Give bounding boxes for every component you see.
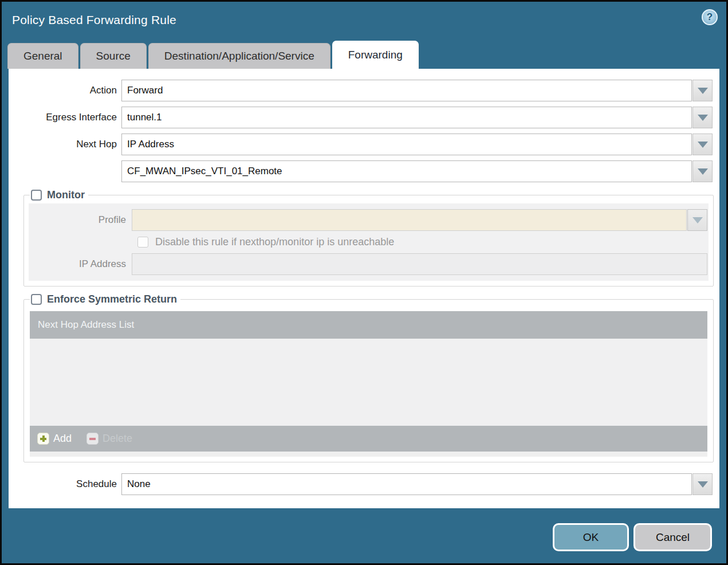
tab-destination-label: Destination/Application/Service [164,50,314,62]
chevron-down-icon [698,88,708,94]
profile-label: Profile [30,214,132,226]
profile-dropdown-button [687,209,707,231]
tab-forwarding-label: Forwarding [348,49,403,61]
symmetric-return-legend: Enforce Symmetric Return [30,293,180,305]
chevron-down-icon [698,115,708,121]
monitor-checkbox[interactable] [31,190,42,201]
next-hop-dropdown-button[interactable] [692,134,713,155]
symmetric-return-fieldset: Enforce Symmetric Return Next Hop Addres… [23,293,714,462]
chevron-down-icon [698,481,708,488]
table-toolbar: Add Delete [30,426,707,452]
egress-interface-row: Egress Interface [9,107,713,128]
forwarding-tab-panel: Action Egress Interface Next Hop [9,69,719,508]
next-hop-type-input[interactable] [121,134,692,155]
disable-rule-checkbox [137,237,148,248]
add-button-label: Add [53,433,72,445]
profile-input [132,209,687,231]
help-icon[interactable]: ? [702,9,718,25]
minus-icon [86,433,99,445]
table-bottom-strip [30,452,707,457]
monitor-ip-address-row: IP Address [30,253,707,275]
disable-rule-label: Disable this rule if nexthop/monitor ip … [155,236,394,248]
action-label: Action [9,85,121,96]
policy-based-forwarding-dialog: Policy Based Forwarding Rule ? General S… [0,0,728,565]
profile-row: Profile [30,209,707,231]
tab-bar: General Source Destination/Application/S… [7,41,420,69]
schedule-row: Schedule [9,473,713,495]
tab-destination-application-service[interactable]: Destination/Application/Service [148,43,330,69]
action-dropdown-button[interactable] [692,80,713,101]
schedule-dropdown-button[interactable] [692,473,713,495]
schedule-label: Schedule [9,478,121,490]
cancel-button[interactable]: Cancel [633,523,712,551]
disable-rule-row: Disable this rule if nexthop/monitor ip … [137,236,709,248]
symmetric-return-legend-label: Enforce Symmetric Return [47,293,177,305]
next-hop-address-input[interactable] [121,160,692,182]
plus-icon [37,433,49,445]
ok-button[interactable]: OK [553,523,629,551]
next-hop-label: Next Hop [9,139,121,150]
schedule-input[interactable] [121,473,692,495]
tab-general-label: General [23,50,62,62]
monitor-legend: Monitor [30,189,88,201]
delete-button: Delete [86,433,132,445]
monitor-ip-address-label: IP Address [30,258,132,270]
egress-interface-dropdown-button[interactable] [692,107,713,128]
next-hop-address-dropdown-button[interactable] [692,160,713,182]
next-hop-address-table: Next Hop Address List Add Delete [30,311,707,457]
next-hop-address-row [9,160,713,182]
chevron-down-icon [698,142,708,148]
next-hop-address-combo [121,160,713,182]
next-hop-address-list-body [30,339,707,426]
tab-general[interactable]: General [7,43,78,69]
tab-source[interactable]: Source [80,43,147,69]
delete-button-label: Delete [103,433,132,445]
action-row: Action [9,80,713,101]
next-hop-row: Next Hop [9,134,713,155]
dialog-title: Policy Based Forwarding Rule [2,13,176,27]
tab-source-label: Source [96,50,131,62]
egress-interface-label: Egress Interface [9,112,121,123]
next-hop-address-list-header: Next Hop Address List [30,311,707,339]
schedule-combo [121,473,713,495]
egress-interface-combo [121,107,713,128]
add-button[interactable]: Add [37,433,72,445]
monitor-panel: Profile Disable this rule if nexthop/mon… [29,203,709,281]
dialog-titlebar: Policy Based Forwarding Rule [2,2,726,38]
action-combo [121,80,713,101]
help-glyph: ? [707,11,713,23]
monitor-legend-label: Monitor [47,189,85,201]
symmetric-return-checkbox[interactable] [31,294,42,305]
chevron-down-icon [698,168,708,175]
monitor-ip-address-input [132,253,707,275]
action-input[interactable] [121,80,692,101]
egress-interface-input[interactable] [121,107,692,128]
monitor-fieldset: Monitor Profile Disable this rule if nex… [23,189,714,287]
tab-forwarding[interactable]: Forwarding [332,41,419,69]
chevron-down-icon [692,217,703,223]
next-hop-combo [121,134,713,155]
